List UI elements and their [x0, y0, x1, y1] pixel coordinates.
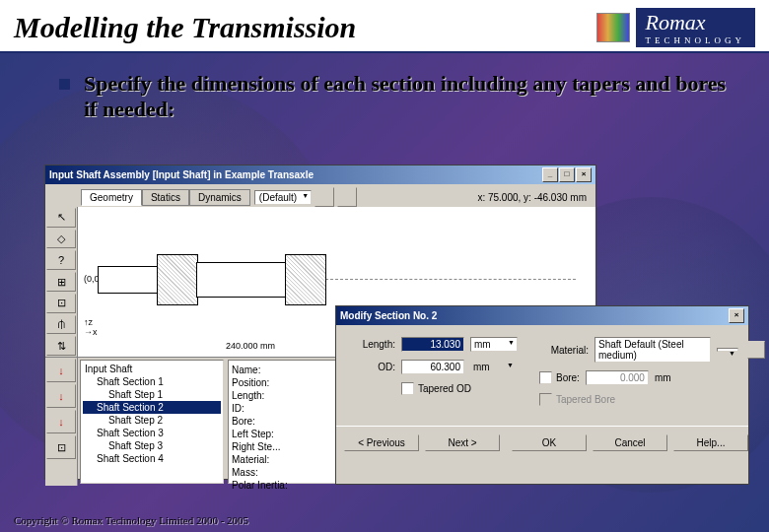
logo-name: Romax	[646, 10, 706, 34]
od-label: OD:	[348, 362, 395, 372]
red-box-tool[interactable]: ⊡	[46, 435, 76, 459]
material-dropdown-button[interactable]	[717, 348, 738, 352]
close-button[interactable]: ×	[576, 167, 592, 182]
maximize-button[interactable]: □	[559, 167, 575, 182]
checkbox-icon	[539, 371, 552, 384]
logo-text: Romax TECHNOLOGY	[636, 8, 756, 47]
bore-unit-label: mm	[655, 372, 671, 383]
toolbar-button-2[interactable]	[337, 187, 357, 207]
left-toolbox: ↖ ◇ ? ⊞ ⊡ ⫛ ⇅	[45, 207, 78, 357]
bore-label: Bore:	[556, 372, 580, 383]
tapered-bore-label: Tapered Bore	[556, 394, 615, 405]
shaft-section-2[interactable]	[196, 262, 287, 298]
logo-sub: TECHNOLOGY	[646, 35, 746, 45]
length-label: Length:	[348, 339, 395, 350]
material-browse-button[interactable]	[747, 341, 765, 359]
copyright-text: Copyright © Romax Technology Limited 200…	[14, 514, 248, 526]
tab-dynamics[interactable]: Dynamics	[189, 189, 250, 206]
grid-tool[interactable]: ⊞	[46, 272, 76, 292]
minimize-button[interactable]: _	[542, 167, 558, 182]
window-title: Input Shaft Assembly [Input Shaft] in Ex…	[49, 169, 314, 180]
toolbar-button-1[interactable]	[315, 187, 334, 207]
tab-statics[interactable]: Statics	[142, 189, 189, 206]
checkbox-icon	[401, 382, 414, 395]
coord-readout: x: 75.000, y: -46.030 mm	[477, 192, 593, 203]
axis-icon: ↑z→x	[84, 317, 98, 337]
dialog-titlebar[interactable]: Modify Section No. 2 ×	[336, 306, 748, 325]
cancel-button[interactable]: Cancel	[593, 434, 667, 451]
next-button[interactable]: Next >	[425, 434, 500, 451]
dimension-label: 240.000 mm	[226, 341, 275, 351]
tree-item[interactable]: Shaft Step 2	[83, 414, 221, 427]
length-input[interactable]: 13.030	[401, 337, 464, 352]
red-arrow-tool-3[interactable]: ↓	[46, 410, 76, 433]
material-label: Material:	[539, 345, 589, 356]
bullet-text: Specify the dimensions of each section i…	[84, 71, 730, 122]
left-toolbox-lower: ↓ ↓ ↓ ⊡	[45, 358, 78, 486]
slide-header: Modelling the Transmission Romax TECHNOL…	[0, 0, 769, 53]
tree-item[interactable]: Shaft Section 3	[83, 427, 221, 439]
help-tool[interactable]: ?	[46, 250, 76, 270]
bullet-area: Specify the dimensions of each section i…	[0, 53, 769, 132]
bore-input[interactable]: 0.000	[586, 370, 649, 385]
help-button[interactable]: Help...	[673, 434, 748, 451]
shaft-step-2[interactable]	[285, 254, 326, 305]
tree-item[interactable]: Shaft Section 4	[83, 452, 221, 465]
bearing-tool[interactable]: ⫛	[46, 315, 76, 335]
bore-checkbox[interactable]: Bore:	[539, 371, 580, 384]
tree-item[interactable]: Shaft Step 3	[83, 439, 221, 452]
romax-logo: Romax TECHNOLOGY	[596, 8, 756, 47]
dialog-title: Modify Section No. 2	[340, 310, 437, 321]
ok-button[interactable]: OK	[512, 434, 587, 451]
bullet-marker	[59, 79, 70, 90]
modify-section-dialog: Modify Section No. 2 × Length: 13.030 mm…	[335, 305, 749, 485]
checkbox-icon	[539, 393, 552, 406]
view-dropdown[interactable]: (Default)	[254, 190, 312, 205]
tab-bar: Geometry Statics Dynamics (Default) x: 7…	[45, 184, 595, 207]
tree-item[interactable]: Shaft Section 1	[83, 375, 221, 388]
shaft-step-1[interactable]	[157, 254, 198, 305]
red-arrow-tool-2[interactable]: ↓	[46, 384, 76, 408]
shape-tool[interactable]: ◇	[46, 230, 76, 249]
box-tool[interactable]: ⊡	[46, 294, 76, 313]
tapered-od-label: Tapered OD	[418, 383, 471, 394]
dialog-close-button[interactable]: ×	[729, 308, 744, 323]
shaft-section-1[interactable]	[98, 266, 159, 294]
length-unit-dropdown[interactable]: mm	[470, 337, 518, 352]
tab-geometry[interactable]: Geometry	[81, 189, 142, 206]
pointer-tool[interactable]: ↖	[46, 208, 76, 228]
previous-button[interactable]: < Previous	[344, 434, 419, 451]
titlebar[interactable]: Input Shaft Assembly [Input Shaft] in Ex…	[45, 166, 595, 184]
od-unit-label: mm	[470, 361, 516, 373]
red-arrow-tool-1[interactable]: ↓	[46, 359, 76, 382]
logo-icon	[596, 13, 630, 42]
od-input[interactable]: 60.300	[401, 360, 464, 374]
slide-title: Modelling the Transmission	[14, 11, 356, 44]
tree-item-selected[interactable]: Shaft Section 2	[83, 401, 221, 414]
tree-item[interactable]: Shaft Step 1	[83, 388, 221, 401]
tree-root[interactable]: Input Shaft	[83, 363, 221, 375]
tapered-od-checkbox[interactable]: Tapered OD	[401, 382, 471, 395]
tapered-bore-checkbox: Tapered Bore	[539, 393, 615, 406]
material-input[interactable]: Shaft Default (Steel medium)	[594, 337, 711, 363]
shaft-tree[interactable]: Input Shaft Shaft Section 1 Shaft Step 1…	[80, 360, 224, 484]
move-tool[interactable]: ⇅	[46, 336, 76, 356]
